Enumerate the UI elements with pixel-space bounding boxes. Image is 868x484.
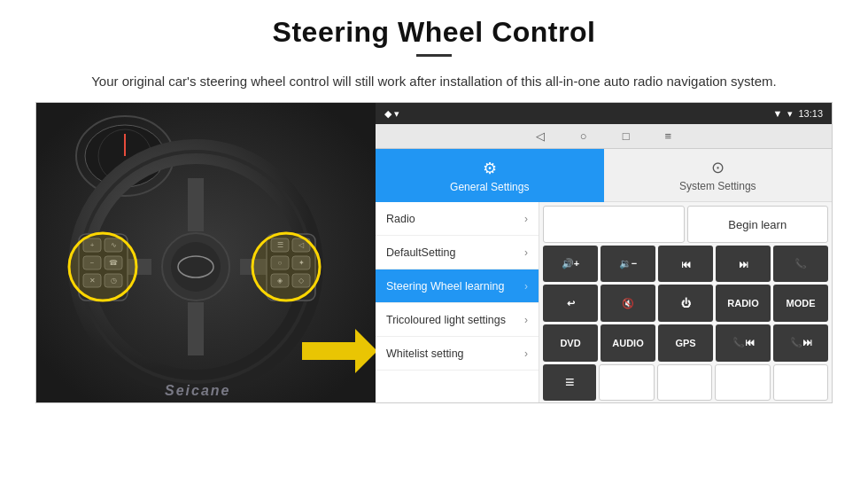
nav-bar: ◁ ○ □ ≡ [376,124,832,149]
list-icon: ≡ [565,373,575,392]
settings-tabs: ⚙ General Settings ⊙ System Settings [376,149,832,202]
back-nav-icon[interactable]: ◁ [536,129,545,143]
recent-nav-icon[interactable]: □ [623,129,630,143]
next-track-button[interactable]: ⏭ [716,246,771,283]
empty-slot-3 [657,364,712,402]
audio-button[interactable]: AUDIO [601,324,655,362]
page-title: Steering Wheel Control [273,16,596,49]
menu-nav-icon[interactable]: ≡ [665,129,672,143]
mute-icon: 🔇 [622,298,634,309]
title-divider [416,54,452,57]
vol-down-button[interactable]: 🔉− [601,246,655,283]
vol-down-icon: 🔉− [619,258,637,269]
mode-button[interactable]: MODE [773,285,828,322]
signal-icon: ▾ [787,108,793,120]
empty-slot-btn [543,206,685,243]
control-row-1: Begin learn [543,206,828,243]
status-bar: ◆ ▾ ▼ ▾ 13:13 [376,103,832,124]
phone-fwd-button[interactable]: 📞⏭ [773,324,828,362]
vol-up-button[interactable]: 🔊+ [543,246,598,283]
status-bar-left: ◆ ▾ [384,108,399,120]
dvd-button[interactable]: DVD [543,324,598,362]
content-area: + ∿ − ☎ ✕ ◷ ☰ ◁ ○ ✦ [35,102,833,403]
status-bar-right: ▼ ▾ 13:13 [773,108,823,120]
hangup-icon: ↩ [567,298,575,309]
tab-system-settings[interactable]: ⊙ System Settings [604,149,833,202]
list-button[interactable]: ≡ [543,364,596,402]
control-row-3: ↩ 🔇 ⏻ RADIO MODE [543,285,828,322]
tab-general-settings[interactable]: ⚙ General Settings [376,149,604,202]
power-button[interactable]: ⏻ [658,285,713,322]
android-ui-panel: ◆ ▾ ▼ ▾ 13:13 ◁ ○ □ ≡ ⚙ General Settin [376,103,832,403]
system-icon: ⊙ [711,158,725,177]
chevron-icon: › [524,213,528,225]
gps-button[interactable]: GPS [658,324,713,362]
clock: 13:13 [798,108,823,119]
right-controls: Begin learn 🔊+ 🔉− ⏮ [539,202,832,403]
power-icon: ⏻ [681,298,691,308]
home-nav-icon[interactable]: ○ [580,129,587,143]
chevron-icon: › [524,280,528,293]
whitelist-label: Whitelist setting [386,347,464,360]
gps-status-icon: ◆ ▾ [384,108,399,120]
gear-icon: ⚙ [483,159,497,178]
wifi-icon: ▼ [773,108,783,119]
subtitle: Your original car's steering wheel contr… [91,71,777,91]
prev-track-icon: ⏮ [681,259,691,269]
control-row-4: DVD AUDIO GPS 📞⏮ 📞⏭ [543,324,828,362]
menu-item-tricoloured[interactable]: Tricoloured light settings › [376,303,539,337]
phone-prev-button[interactable]: 📞⏮ [716,324,771,362]
prev-track-button[interactable]: ⏮ [658,246,713,283]
steering-wheel-image: + ∿ − ☎ ✕ ◷ ☰ ◁ ○ ✦ [36,103,376,403]
steering-wheel-svg: + ∿ − ☎ ✕ ◷ ☰ ◁ ○ ✦ [36,103,376,403]
title-section: Steering Wheel Control [273,16,596,66]
begin-learn-button[interactable]: Begin learn [687,206,829,243]
empty-slot-5 [773,364,828,402]
general-settings-label: General Settings [450,181,529,193]
left-menu: Radio › DefaultSetting › Steering Wheel … [376,202,539,403]
radio-control-button[interactable]: RADIO [716,285,771,322]
tricoloured-label: Tricoloured light settings [386,314,506,326]
hangup-button[interactable]: ↩ [543,285,598,322]
default-setting-label: DefaultSetting [386,246,456,259]
chevron-icon: › [524,246,528,259]
empty-slot-2 [599,364,654,402]
menu-controls-area: Radio › DefaultSetting › Steering Wheel … [376,202,832,403]
svg-point-41 [252,233,320,301]
menu-item-radio[interactable]: Radio › [376,202,539,236]
chevron-icon: › [524,314,528,326]
mute-button[interactable]: 🔇 [601,285,655,322]
phone-prev-icon: 📞⏮ [732,337,755,348]
menu-item-steering-wheel[interactable]: Steering Wheel learning › [376,269,539,303]
chevron-icon: › [524,347,528,360]
system-settings-label: System Settings [679,180,756,192]
svg-point-40 [69,233,136,301]
next-track-icon: ⏭ [739,259,748,269]
page-wrapper: Steering Wheel Control Your original car… [0,0,868,484]
phone-icon: 📞 [794,258,807,269]
control-row-5: ≡ [543,364,828,402]
phone-button[interactable]: 📞 [773,246,828,283]
phone-fwd-icon: 📞⏭ [790,337,812,348]
vol-up-icon: 🔊+ [562,258,579,269]
menu-item-default-setting[interactable]: DefaultSetting › [376,236,539,269]
radio-label: Radio [386,213,415,225]
steering-wheel-label: Steering Wheel learning [386,280,504,293]
empty-slot-4 [715,364,770,402]
control-row-2: 🔊+ 🔉− ⏮ ⏭ 📞 [543,246,828,283]
svg-text:Seicane: Seicane [165,383,230,398]
steering-svg-container: + ∿ − ☎ ✕ ◷ ☰ ◁ ○ ✦ [36,103,376,403]
menu-item-whitelist[interactable]: Whitelist setting › [376,337,539,371]
